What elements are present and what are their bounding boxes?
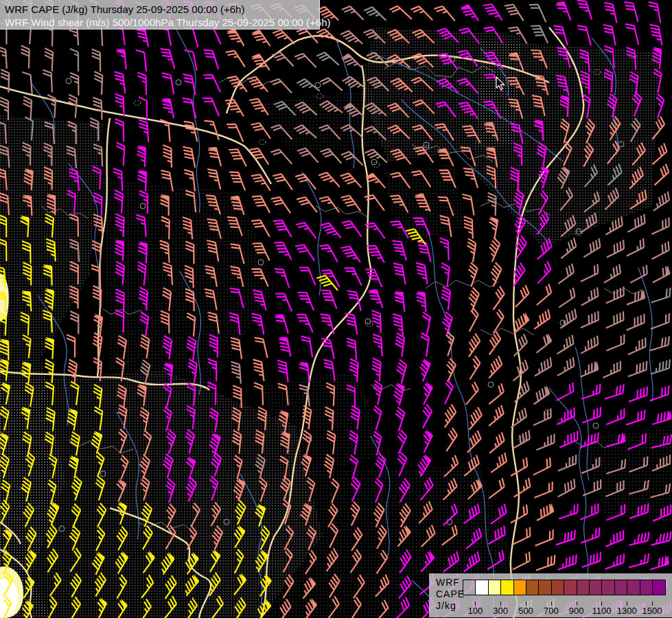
wind-barb	[161, 97, 174, 119]
wind-barb	[465, 239, 476, 262]
wind-barb	[463, 356, 482, 379]
wind-barb	[115, 71, 126, 94]
wind-barb	[604, 1, 617, 25]
legend-color-cell	[538, 580, 552, 595]
district-contour	[480, 328, 534, 335]
wind-barb	[273, 171, 292, 194]
wind-barb	[139, 119, 148, 143]
wind-barb	[231, 361, 241, 385]
wind-barb	[603, 554, 627, 569]
wind-barb	[555, 0, 570, 23]
wind-barb	[531, 23, 548, 47]
wind-barb	[555, 455, 579, 470]
wind-barb	[529, 1, 546, 25]
wind-barb	[649, 1, 660, 25]
wind-barb	[532, 262, 553, 284]
wind-barb	[163, 145, 172, 168]
wind-barb	[295, 172, 316, 194]
wind-barb	[207, 168, 220, 192]
wind-barb	[627, 265, 651, 283]
legend-color-cell	[463, 580, 476, 595]
wind-barb	[279, 336, 291, 358]
wind-barb	[364, 5, 386, 27]
wind-barb	[368, 288, 382, 310]
wind-barb	[556, 309, 579, 328]
wind-barb	[394, 290, 404, 312]
wind-barb	[321, 220, 341, 243]
wind-barb	[650, 23, 662, 47]
wind-barb	[391, 430, 408, 454]
wind-barb	[253, 358, 264, 382]
legend-field-label: CAPE	[436, 588, 465, 600]
wind-barb	[115, 119, 124, 141]
wind-barb	[272, 49, 293, 71]
wind-barb	[70, 73, 78, 95]
wind-barb	[577, 0, 592, 22]
wind-barb	[185, 49, 197, 73]
terrain-glyph	[134, 101, 141, 106]
wind-barb	[484, 405, 507, 426]
wind-barb	[484, 433, 507, 453]
wind-barb	[485, 238, 501, 262]
wind-barb	[393, 262, 405, 286]
title-line-cape: WRF CAPE (J/kg) Thursday 25-09-2025 00:0…	[5, 3, 319, 16]
title-line-shear: WRF Wind shear (m/s) 500/1000hPa Thursda…	[5, 16, 319, 29]
wind-barb	[345, 265, 362, 289]
legend-color-cell	[652, 580, 666, 595]
wind-barb	[184, 119, 197, 144]
wind-barb	[553, 408, 577, 425]
wind-barb	[532, 529, 556, 545]
wind-barb	[486, 453, 509, 472]
wind-barb	[251, 28, 270, 50]
wind-barb	[251, 172, 270, 195]
wind-barb	[603, 23, 616, 47]
wind-barb	[137, 146, 146, 167]
wind-barb	[649, 531, 672, 545]
forecast-title-panel: WRF CAPE (J/kg) Thursday 25-09-2025 00:0…	[0, 0, 320, 30]
wind-barb	[531, 284, 554, 306]
legend-tick-label: 500	[518, 606, 533, 616]
legend-color-cell	[526, 580, 540, 595]
terrain-glyph	[259, 140, 266, 145]
river-line	[638, 268, 653, 402]
wind-barb	[487, 310, 506, 333]
wind-barb	[115, 142, 125, 165]
wind-barb	[416, 382, 433, 404]
wind-barb	[299, 264, 316, 288]
wind-barb	[533, 503, 555, 520]
wind-barb	[229, 169, 245, 193]
wind-barb	[577, 311, 601, 328]
wind-barb	[529, 309, 553, 329]
legend-tick-label: 100	[468, 606, 483, 616]
wind-barb	[506, 408, 529, 428]
cape-legend-panel: WRF CAPE J/kg 10030050070090011001300150…	[429, 573, 672, 617]
wind-barb	[183, 96, 196, 120]
wind-barb	[391, 407, 406, 431]
map-canvas	[0, 0, 672, 618]
wind-barb	[554, 479, 578, 496]
wind-barb	[44, 48, 54, 71]
wind-barb	[509, 478, 533, 497]
legend-labels: WRF CAPE J/kg	[436, 577, 465, 612]
wind-barb	[557, 431, 581, 447]
wind-barb	[578, 527, 602, 542]
wind-barb	[530, 457, 554, 474]
wind-barb	[553, 357, 577, 376]
wind-barb	[462, 193, 474, 217]
wind-barb	[647, 385, 671, 400]
stipple-region	[103, 179, 275, 385]
wind-barb	[648, 218, 672, 235]
wind-barb	[247, 74, 268, 97]
wind-barb	[139, 97, 147, 119]
wind-barb	[296, 220, 316, 243]
wind-barb	[579, 552, 603, 567]
wind-barb	[555, 288, 578, 308]
wind-barb	[275, 313, 288, 336]
wind-barb	[483, 356, 504, 378]
wind-barb	[419, 312, 431, 336]
legend-tick-label: 1300	[617, 606, 637, 616]
wind-barb	[649, 266, 671, 283]
wind-barb	[625, 22, 638, 46]
wind-barb	[411, 4, 433, 26]
wind-barb	[600, 264, 624, 283]
